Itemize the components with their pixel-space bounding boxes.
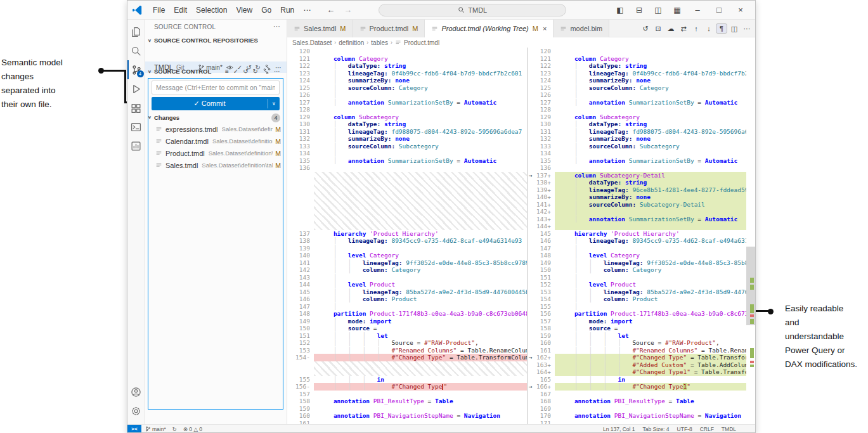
line-number: 160 bbox=[528, 339, 555, 347]
menu-item-go[interactable]: Go bbox=[257, 1, 276, 20]
breadcrumb-item-tables[interactable]: tables bbox=[371, 39, 388, 46]
cloud-changes-icon[interactable]: ☁ bbox=[665, 24, 677, 34]
line-number: 127 bbox=[287, 99, 314, 107]
close-button[interactable]: × bbox=[731, 1, 750, 20]
menu-item-view[interactable]: View bbox=[231, 1, 257, 20]
source-control-section-header[interactable]: ∨ SOURCE CONTROL ≡✓↺↻⋯ bbox=[145, 66, 287, 76]
more-actions-icon[interactable]: ⋯ bbox=[274, 68, 280, 75]
sidebar-more-icon[interactable]: ⋯ bbox=[273, 22, 280, 30]
statusbar-problems[interactable]: ⊗ 0 △ 0 bbox=[183, 426, 202, 432]
diff-pane-modified[interactable]: 120121 column Category122 │ dataType: st… bbox=[528, 48, 746, 424]
breadcrumb[interactable]: Sales.Dataset›definition›tables›Product.… bbox=[292, 37, 439, 48]
statusbar-language-mode[interactable]: TMDL bbox=[722, 426, 736, 432]
diff-row: 135 │ annotation SummarizationSetBy = Au… bbox=[287, 157, 527, 165]
diff-row: 120 bbox=[528, 48, 746, 55]
menu-bar: FileEditSelectionViewGoRun⋯ bbox=[148, 1, 315, 20]
statusbar-indentation[interactable]: Tab Size: 4 bbox=[643, 426, 670, 432]
nav-forward-icon[interactable]: → bbox=[344, 5, 352, 15]
activitybar-account[interactable] bbox=[127, 382, 145, 401]
tab-product-tmdl[interactable]: Product.tmdlM bbox=[353, 20, 425, 37]
toggle-panel-icon[interactable]: ⊟ bbox=[631, 1, 647, 20]
statusbar-cursor-position[interactable]: Ln 137, Col 1 bbox=[603, 426, 635, 432]
breadcrumb-item-sales-dataset[interactable]: Sales.Dataset bbox=[292, 39, 332, 46]
toggle-whitespace-icon[interactable]: ¶ bbox=[716, 23, 727, 34]
toggle-primary-sidebar-icon[interactable]: ◧ bbox=[612, 1, 628, 20]
diff-row: 157 │ mode: import bbox=[528, 318, 746, 325]
line-number: 149 bbox=[528, 259, 555, 267]
command-center-search[interactable]: TMDL bbox=[379, 4, 566, 16]
timeline-icon[interactable]: ↺ bbox=[640, 24, 651, 34]
commit-button-label[interactable]: ✓ Commit bbox=[152, 100, 268, 108]
code-line bbox=[314, 186, 527, 194]
repositories-section-header[interactable]: ∨ SOURCE CONTROL REPOSITORIES bbox=[145, 35, 287, 45]
tab-model-bim[interactable]: model.bim bbox=[554, 20, 609, 37]
menu-item-run[interactable]: Run bbox=[276, 1, 299, 20]
remote-indicator[interactable]: >< bbox=[127, 425, 141, 433]
activitybar-report-chart[interactable] bbox=[127, 136, 145, 155]
file-icon bbox=[294, 25, 301, 32]
statusbar-eol[interactable]: CRLF bbox=[700, 426, 714, 432]
code-line bbox=[555, 223, 746, 230]
diff-row: 136 bbox=[287, 164, 527, 172]
refresh-icon[interactable]: ↻ bbox=[253, 68, 258, 75]
change-row-Sales-tmdl[interactable]: Sales.tmdlSales.Dataset\definition\table… bbox=[145, 159, 287, 171]
view-history-icon[interactable]: ↺ bbox=[243, 68, 248, 75]
statusbar-encoding[interactable]: UTF-8 bbox=[677, 426, 692, 432]
commit-icon[interactable]: ✓ bbox=[233, 68, 238, 75]
activitybar-source-control[interactable]: 4 bbox=[127, 60, 145, 79]
code-line: │ │ │ │ #"Changed Type" bbox=[314, 383, 527, 391]
diff-row: 158 annotation PBI_ResultType = Table bbox=[287, 397, 527, 405]
activitybar-search[interactable] bbox=[127, 41, 145, 60]
maximize-button[interactable]: □ bbox=[709, 1, 729, 20]
commit-button[interactable]: ✓ Commit ∨ bbox=[152, 97, 280, 110]
menu-item-[interactable]: ⋯ bbox=[299, 1, 315, 20]
previous-change-icon[interactable]: ↑ bbox=[690, 24, 702, 33]
tab-product-tmdl-working-tree-[interactable]: Product.tmdl (Working Tree)M× bbox=[425, 20, 554, 37]
breadcrumb-item-product-tmdl[interactable]: Product.tmdl bbox=[404, 39, 439, 46]
line-number: 123 bbox=[287, 70, 314, 77]
breadcrumb-separator: › bbox=[334, 39, 336, 46]
next-change-icon[interactable]: ↓ bbox=[703, 24, 715, 33]
menu-item-edit[interactable]: Edit bbox=[169, 1, 191, 20]
change-row-Calendar-tmdl[interactable]: Calendar.tmdlSales.Dataset\definition\ta… bbox=[145, 135, 287, 147]
overview-ruler[interactable] bbox=[746, 48, 755, 424]
menu-item-selection[interactable]: Selection bbox=[191, 1, 231, 20]
close-icon[interactable]: × bbox=[543, 25, 547, 32]
commit-dropdown-icon[interactable]: ∨ bbox=[268, 101, 280, 107]
change-row-expressions-tmdl[interactable]: expressions.tmdlSales.Dataset\definition… bbox=[145, 123, 287, 135]
diff-row: 154- │ │ │ │ #"Changed Type" = Table.Tra… bbox=[287, 354, 527, 361]
line-number: 139 bbox=[287, 245, 314, 252]
diff-filler-row bbox=[287, 186, 527, 194]
split-editor-icon[interactable]: ◫ bbox=[729, 24, 740, 34]
swap-diff-sides-icon[interactable]: ⇄ bbox=[678, 24, 689, 34]
minimize-button[interactable]: – bbox=[688, 1, 707, 20]
nav-back-icon[interactable]: ← bbox=[327, 5, 335, 15]
code-line: │ bbox=[555, 150, 746, 157]
diff-pane-original[interactable]: 120121 column Category122 │ dataType: st… bbox=[287, 48, 527, 424]
line-number: 158 bbox=[528, 325, 555, 332]
line-number bbox=[287, 172, 314, 179]
activitybar-extensions[interactable] bbox=[127, 98, 145, 117]
tab-sales-tmdl[interactable]: Sales.tmdlM bbox=[287, 20, 353, 37]
diff-row: 164+ │ │ │ │ #"Changed Type1" = Table.Tr… bbox=[528, 368, 746, 376]
activitybar-settings[interactable] bbox=[127, 401, 145, 420]
activitybar-explorer[interactable] bbox=[127, 22, 145, 41]
statusbar-branch-status[interactable]: main* bbox=[145, 426, 166, 432]
view-as-list-icon[interactable]: ≡ bbox=[225, 68, 229, 75]
commit-message-input[interactable] bbox=[152, 81, 280, 94]
breadcrumb-item-definition[interactable]: definition bbox=[339, 39, 364, 46]
changes-section-header[interactable]: ∨ Changes 4 bbox=[145, 112, 287, 123]
code-line: │ source = bbox=[555, 325, 746, 332]
modified-badge: M bbox=[275, 138, 281, 145]
activitybar-run-debug[interactable] bbox=[127, 79, 145, 98]
toggle-secondary-sidebar-icon[interactable]: ◫ bbox=[650, 1, 666, 20]
statusbar-sync-status[interactable]: ↻ bbox=[172, 426, 177, 432]
repositories-section-label: SOURCE CONTROL REPOSITORIES bbox=[154, 37, 258, 44]
activitybar-terminal[interactable] bbox=[127, 117, 145, 136]
customize-layout-icon[interactable]: ▦ bbox=[669, 1, 685, 20]
more-actions-icon[interactable]: ⋯ bbox=[741, 24, 753, 34]
menu-item-file[interactable]: File bbox=[148, 1, 169, 20]
discard-changes-icon[interactable]: ⊡ bbox=[652, 24, 664, 34]
change-row-Product-tmdl[interactable]: Product.tmdlSales.Dataset\definition\tab… bbox=[145, 147, 287, 159]
diff-row: 157 bbox=[287, 391, 527, 398]
